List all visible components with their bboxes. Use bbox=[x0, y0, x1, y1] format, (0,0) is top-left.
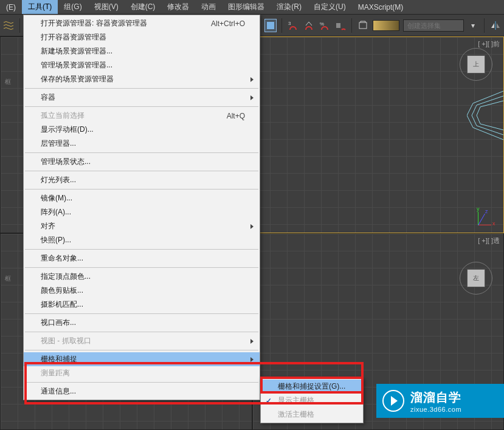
brush-swatch[interactable] bbox=[373, 20, 399, 31]
watermark-subtitle: zixue.3d66.com bbox=[410, 406, 461, 413]
viewport-label: 框 bbox=[3, 73, 12, 75]
toolbar-separator bbox=[484, 18, 485, 33]
menu-viewport-canvas[interactable]: 视口画布... bbox=[24, 316, 260, 330]
svg-text:3: 3 bbox=[288, 21, 291, 26]
menu-manage-scene-states[interactable]: 管理场景状态... bbox=[24, 155, 260, 169]
menu-tools[interactable]: 工具(T) bbox=[22, 0, 58, 14]
submenu-grid-snap-settings[interactable]: 栅格和捕捉设置(G)... bbox=[261, 380, 363, 394]
play-icon bbox=[382, 390, 404, 412]
menu-separator bbox=[25, 249, 258, 250]
menu-group[interactable]: 组(G) bbox=[58, 0, 88, 14]
menu-rename-objects[interactable]: 重命名对象... bbox=[24, 251, 260, 265]
submenu-activate-home-grid[interactable]: 激活主栅格 bbox=[261, 408, 363, 421]
menu-create[interactable]: 创建(C) bbox=[125, 0, 162, 14]
menu-render[interactable]: 渲染(R) bbox=[271, 0, 308, 14]
viewcube[interactable]: 左 bbox=[467, 269, 485, 287]
menu-separator bbox=[25, 350, 258, 350]
menu-containers[interactable]: 容器 bbox=[24, 90, 260, 104]
menu-separator bbox=[25, 152, 258, 153]
mirror-icon[interactable] bbox=[489, 19, 502, 32]
viewport-label: [ +][ ]前 bbox=[478, 39, 500, 49]
menu-align[interactable]: 对齐 bbox=[24, 219, 260, 233]
menu-bar: (E) 工具(T) 组(G) 视图(V) 创建(C) 修改器 动画 图形编辑器 … bbox=[0, 0, 504, 15]
menu-separator bbox=[25, 382, 258, 383]
menu-channel-info[interactable]: 通道信息... bbox=[24, 384, 260, 398]
grids-snaps-submenu: 栅格和捕捉设置(G)... 显示主栅格 激活主栅格 bbox=[260, 378, 364, 423]
toolbar-separator bbox=[281, 18, 282, 33]
viewport-selector-icon[interactable] bbox=[264, 19, 277, 32]
menu-layer-manager[interactable]: 层管理器... bbox=[24, 137, 260, 151]
menu-mirror[interactable]: 镜像(M)... bbox=[24, 191, 260, 205]
viewcube[interactable]: 上 bbox=[467, 55, 485, 73]
dropdown-arrow-icon[interactable]: ▾ bbox=[468, 19, 480, 32]
named-selection-icon[interactable] bbox=[357, 19, 369, 32]
menu-grids-and-snaps[interactable]: 栅格和捕捉 bbox=[24, 352, 260, 366]
menu-array[interactable]: 阵列(A)... bbox=[24, 205, 260, 219]
tools-menu-dropdown: 打开资源管理器: 容器资源管理器Alt+Ctrl+O 打开容器资源管理器 新建场… bbox=[23, 15, 260, 400]
snap-3-icon[interactable]: 3 bbox=[287, 19, 299, 32]
viewport-grid bbox=[253, 37, 504, 233]
snap-spinner-icon[interactable] bbox=[334, 19, 347, 32]
menu-graph-editors[interactable]: 图形编辑器 bbox=[222, 0, 271, 14]
menu-display-floater[interactable]: 显示浮动框(D)... bbox=[24, 123, 260, 137]
menu-edit[interactable]: (E) bbox=[0, 0, 22, 14]
menu-grab-viewport[interactable]: 视图 - 抓取视口 bbox=[24, 334, 260, 348]
menu-manage-scene-explorer[interactable]: 管理场景资源管理器... bbox=[24, 58, 260, 72]
menu-isolate-selection[interactable]: 孤立当前选择Alt+Q bbox=[24, 109, 260, 123]
snap-percent-icon[interactable]: % bbox=[319, 19, 331, 32]
menu-views[interactable]: 视图(V) bbox=[88, 0, 125, 14]
menu-camera-match[interactable]: 摄影机匹配... bbox=[24, 298, 260, 312]
svg-text:%: % bbox=[320, 21, 324, 27]
menu-separator bbox=[25, 88, 258, 89]
svg-rect-4 bbox=[359, 22, 367, 29]
menu-measure-distance[interactable]: 测量距离 bbox=[24, 366, 260, 380]
menu-color-clipboard[interactable]: 颜色剪贴板... bbox=[24, 284, 260, 298]
menu-snapshot[interactable]: 快照(P)... bbox=[24, 233, 260, 247]
watermark: 溜溜自学 zixue.3d66.com bbox=[376, 384, 504, 418]
snap-angle-icon[interactable] bbox=[303, 19, 315, 32]
menu-modifiers[interactable]: 修改器 bbox=[161, 0, 195, 14]
menu-light-lister[interactable]: 灯光列表... bbox=[24, 173, 260, 187]
menu-customize[interactable]: 自定义(U) bbox=[308, 0, 352, 14]
menu-assign-vertex-colors[interactable]: 指定顶点颜色... bbox=[24, 270, 260, 284]
menu-separator bbox=[25, 267, 258, 268]
axis-gizmo: xyz bbox=[478, 207, 496, 225]
toolbar-separator bbox=[19, 18, 20, 33]
menu-separator bbox=[25, 171, 258, 171]
viewport-label: 框 bbox=[3, 270, 12, 271]
menu-separator bbox=[25, 189, 258, 189]
menu-animation[interactable]: 动画 bbox=[195, 0, 222, 14]
viewport-label: [ +][ ]透 bbox=[478, 236, 500, 245]
svg-rect-3 bbox=[336, 23, 340, 28]
submenu-show-home-grid[interactable]: 显示主栅格 bbox=[261, 394, 363, 408]
menu-new-scene-explorer[interactable]: 新建场景资源管理器... bbox=[24, 44, 260, 58]
watermark-title: 溜溜自学 bbox=[410, 389, 461, 406]
menu-open-container-explorer[interactable]: 打开容器资源管理器 bbox=[24, 30, 260, 44]
menu-open-explorer[interactable]: 打开资源管理器: 容器资源管理器Alt+Ctrl+O bbox=[24, 16, 260, 30]
menu-separator bbox=[25, 313, 258, 314]
tool-icon-1[interactable] bbox=[2, 19, 15, 32]
viewport-top-right[interactable]: [ +][ ]前 上 xyz bbox=[252, 36, 505, 233]
menu-separator bbox=[25, 332, 258, 332]
menu-saved-scene-explorers[interactable]: 保存的场景资源管理器 bbox=[24, 72, 260, 86]
menu-separator bbox=[25, 106, 258, 107]
selection-set-input[interactable] bbox=[403, 19, 464, 32]
svg-rect-0 bbox=[267, 22, 274, 29]
menu-maxscript[interactable]: MAXScript(M) bbox=[352, 0, 410, 14]
toolbar-separator bbox=[351, 18, 352, 33]
